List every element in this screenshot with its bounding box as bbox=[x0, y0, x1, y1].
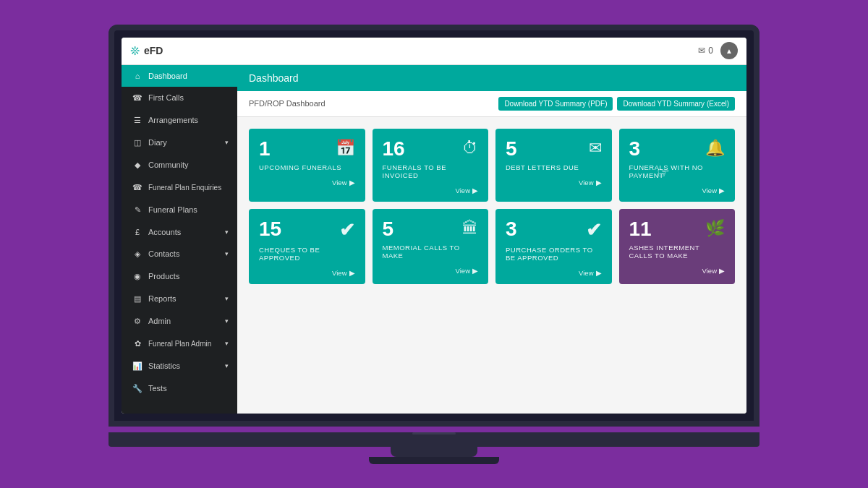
card-upcoming-funerals[interactable]: 1 📅 UPCOMING FUNERALS View ▶ bbox=[249, 129, 365, 202]
pound-icon: £ bbox=[132, 228, 142, 236]
sidebar-item-admin[interactable]: ⚙ Admin ▾ bbox=[122, 310, 237, 333]
mail-button[interactable]: ✉ 0 bbox=[698, 46, 713, 56]
sidebar-item-diary[interactable]: ◫ Diary ▾ bbox=[122, 132, 237, 154]
card-footer: View ▶ bbox=[383, 267, 479, 275]
chevron-down-icon: ▾ bbox=[225, 139, 229, 146]
gear-icon: ⚙ bbox=[132, 317, 142, 326]
sidebar-label-arrangements: Arrangements bbox=[148, 116, 198, 124]
sidebar-item-first-calls[interactable]: ☎ First Calls bbox=[122, 87, 237, 109]
card-number: 16 bbox=[383, 139, 405, 159]
sidebar-item-funeral-plan-enquiries[interactable]: ☎ Funeral Plan Enquiries bbox=[122, 176, 237, 199]
sub-header-buttons: Download YTD Summary (PDF) Download YTD … bbox=[498, 97, 735, 111]
arrow-icon: ▶ bbox=[472, 187, 478, 194]
download-excel-button[interactable]: Download YTD Summary (Excel) bbox=[617, 97, 735, 111]
contacts-icon: ◈ bbox=[132, 249, 142, 259]
sidebar-label-diary: Diary bbox=[148, 138, 167, 147]
phone2-icon: ☎ bbox=[132, 183, 142, 192]
card-label: PURCHASE ORDERS TO BE APPROVED bbox=[506, 246, 602, 262]
sidebar-item-reports[interactable]: ▤ Reports ▾ bbox=[122, 288, 237, 310]
chevron-down-icon4: ▾ bbox=[225, 295, 229, 302]
avatar[interactable]: ▲ bbox=[720, 42, 738, 59]
sidebar-label-first-calls: First Calls bbox=[148, 93, 184, 102]
sidebar-label-dashboard: Dashboard bbox=[148, 72, 187, 80]
sidebar-item-funeral-plan-admin[interactable]: ✿ Funeral Plan Admin ▾ bbox=[122, 333, 237, 355]
sub-header: PFD/ROP Dashboard Download YTD Summary (… bbox=[237, 91, 746, 117]
download-pdf-button[interactable]: Download YTD Summary (PDF) bbox=[498, 97, 613, 111]
view-label: View bbox=[702, 187, 717, 194]
logo-icon: ❊ bbox=[130, 44, 140, 58]
view-label: View bbox=[332, 179, 346, 187]
sidebar-item-arrangements[interactable]: ☰ Arrangements bbox=[122, 109, 237, 132]
main-area: Dashboard PFD/ROP Dashboard Download YTD… bbox=[237, 65, 746, 414]
check-card-icon: ✔ bbox=[339, 219, 355, 241]
card-ashes-interment[interactable]: 11 🌿 ASHES INTERMENT CALLS TO MAKE View … bbox=[619, 209, 736, 284]
statistics-icon: 📊 bbox=[132, 361, 142, 371]
card-number: 3 bbox=[629, 139, 641, 159]
sidebar-label-contacts: Contacts bbox=[148, 249, 179, 258]
card-funerals-invoiced[interactable]: 16 ⏱ FUNERALS TO BE INVOICED View ▶ bbox=[373, 129, 489, 202]
dashboard-grid: 1 📅 UPCOMING FUNERALS View ▶ bbox=[237, 117, 746, 296]
top-bar: ❊ eFD ✉ 0 ▲ bbox=[122, 38, 746, 65]
app-layout: ⌂ Dashboard ☎ First Calls ☰ Arrangements… bbox=[122, 65, 746, 414]
sidebar-item-accounts[interactable]: £ Accounts ▾ bbox=[122, 221, 237, 243]
avatar-icon: ▲ bbox=[726, 47, 733, 55]
card-footer: View ▶ bbox=[629, 187, 726, 194]
sidebar-item-funeral-plans[interactable]: ✎ Funeral Plans bbox=[122, 199, 237, 221]
sidebar-label-tests: Tests bbox=[148, 384, 167, 393]
card-cheques-approved[interactable]: 15 ✔ CHEQUES TO BE APPROVED View ▶ bbox=[249, 209, 365, 284]
main-header: Dashboard bbox=[237, 65, 746, 91]
card-label: ASHES INTERMENT CALLS TO MAKE bbox=[629, 244, 726, 260]
card-memorial-calls[interactable]: 5 🏛 MEMORIAL CALLS TO MAKE View ▶ bbox=[373, 209, 489, 284]
card-footer: View ▶ bbox=[259, 179, 355, 187]
sidebar-item-tests[interactable]: 🔧 Tests bbox=[122, 377, 237, 400]
card-number: 1 bbox=[259, 139, 271, 159]
arrow-icon: ▶ bbox=[719, 267, 725, 275]
sidebar-label-products: Products bbox=[148, 272, 179, 281]
card-top: 1 📅 bbox=[259, 139, 355, 159]
mail-icon: ✉ bbox=[698, 46, 705, 56]
mail-card-icon: ✉ bbox=[589, 139, 602, 158]
card-footer: View ▶ bbox=[383, 187, 479, 194]
logo-area: ❊ eFD bbox=[130, 44, 163, 58]
arrow-icon: ▶ bbox=[596, 269, 602, 277]
sidebar: ⌂ Dashboard ☎ First Calls ☰ Arrangements… bbox=[122, 65, 237, 414]
reports-icon: ▤ bbox=[132, 294, 142, 304]
tests-icon: 🔧 bbox=[132, 384, 142, 393]
sidebar-item-contacts[interactable]: ◈ Contacts ▾ bbox=[122, 243, 237, 265]
sidebar-label-funeral-plans: Funeral Plans bbox=[148, 205, 197, 214]
sidebar-label-community: Community bbox=[148, 160, 189, 169]
laptop-stand bbox=[391, 447, 477, 457]
sidebar-label-admin: Admin bbox=[148, 317, 171, 325]
cursor-pointer: ☞ bbox=[657, 164, 697, 181]
laptop-base bbox=[109, 432, 760, 447]
view-label: View bbox=[456, 267, 470, 275]
arrow-icon: ▶ bbox=[349, 269, 355, 277]
chevron-down-icon2: ▾ bbox=[225, 228, 229, 236]
arrow-icon: ▶ bbox=[596, 179, 602, 187]
logo-text: eFD bbox=[144, 45, 163, 56]
card-purchase-orders[interactable]: 3 ✔ PURCHASE ORDERS TO BE APPROVED View … bbox=[495, 209, 612, 284]
card-number: 3 bbox=[506, 219, 517, 239]
products-icon: ◉ bbox=[132, 272, 142, 281]
arrow-icon: ▶ bbox=[349, 179, 355, 187]
phone-icon: ☎ bbox=[132, 93, 142, 103]
card-funerals-no-payment[interactable]: 3 🔔 FUNERALS WITH NO PAYMENT View ▶ ☞ bbox=[619, 129, 736, 202]
sidebar-item-products[interactable]: ◉ Products bbox=[122, 265, 237, 288]
view-label: View bbox=[579, 179, 593, 187]
sidebar-label-statistics: Statistics bbox=[148, 361, 180, 370]
community-icon: ◆ bbox=[132, 160, 142, 170]
sidebar-label-fpa: Funeral Plan Admin bbox=[148, 340, 211, 348]
sidebar-item-community[interactable]: ◆ Community bbox=[122, 154, 237, 176]
card-debt-letters[interactable]: 5 ✉ DEBT LETTERS DUE View ▶ bbox=[495, 129, 612, 202]
chevron-down-icon5: ▾ bbox=[225, 317, 229, 325]
card-label: DEBT LETTERS DUE bbox=[506, 163, 602, 171]
arrow-icon: ▶ bbox=[719, 187, 725, 194]
card-label: UPCOMING FUNERALS bbox=[259, 163, 355, 171]
sidebar-label-reports: Reports bbox=[148, 294, 176, 303]
laptop-foot bbox=[369, 457, 499, 464]
sidebar-label-fpe: Funeral Plan Enquiries bbox=[148, 184, 221, 192]
sidebar-item-statistics[interactable]: 📊 Statistics ▾ bbox=[122, 355, 237, 377]
card-number: 5 bbox=[506, 139, 517, 159]
sidebar-item-dashboard[interactable]: ⌂ Dashboard bbox=[122, 65, 237, 87]
card-number: 15 bbox=[259, 219, 281, 239]
